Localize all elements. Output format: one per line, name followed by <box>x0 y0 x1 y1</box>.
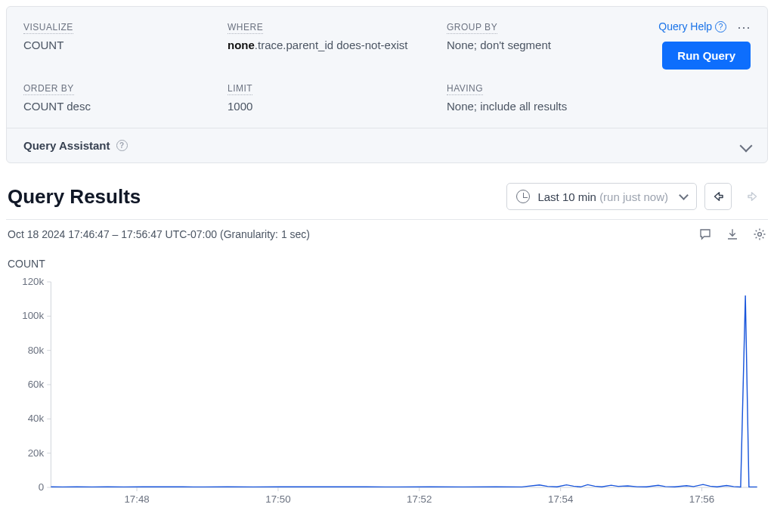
svg-text:17:52: 17:52 <box>407 493 432 505</box>
comment-icon[interactable] <box>698 227 712 241</box>
query-builder-row-2: ORDER BY COUNT desc LIMIT 1000 HAVING No… <box>7 77 767 128</box>
query-actions: Query Help ? ⋯ Run Query <box>658 20 751 70</box>
clock-icon <box>516 190 530 203</box>
having-label: HAVING <box>447 83 483 95</box>
visualize-value: COUNT <box>23 39 220 51</box>
query-help-link[interactable]: Query Help ? <box>658 20 726 32</box>
having-value: None; include all results <box>447 100 743 113</box>
where-label: WHERE <box>228 22 263 34</box>
query-builder-row-1: VISUALIZE COUNT WHERE none.trace.parent_… <box>7 7 767 77</box>
arrow-left-icon <box>711 190 725 203</box>
svg-text:40k: 40k <box>28 413 45 425</box>
query-assistant-title: Query Assistant ? <box>23 139 128 152</box>
results-title: Query Results <box>8 185 141 209</box>
query-assistant-row[interactable]: Query Assistant ? <box>7 128 767 162</box>
svg-text:100k: 100k <box>22 311 44 322</box>
having-clause[interactable]: HAVING None; include all results <box>447 82 743 113</box>
time-back-button[interactable] <box>704 183 732 210</box>
time-range-primary: Last 10 min <box>537 190 596 203</box>
order-by-label: ORDER BY <box>23 83 74 95</box>
count-chart[interactable]: 020k40k60k80k100k120k17:4817:5017:5217:5… <box>8 276 766 510</box>
results-meta-row: Oct 18 2024 17:46:47 – 17:56:47 UTC-07:0… <box>6 220 768 241</box>
svg-text:20k: 20k <box>28 447 45 459</box>
chevron-down-icon <box>679 190 689 200</box>
svg-text:17:56: 17:56 <box>689 493 714 505</box>
gear-icon[interactable] <box>753 227 766 241</box>
limit-clause[interactable]: LIMIT 1000 <box>228 82 439 113</box>
results-header: Query Results Last 10 min (run just now) <box>6 183 768 210</box>
time-forward-button[interactable] <box>739 183 766 210</box>
svg-text:120k: 120k <box>22 276 44 287</box>
chart-title: COUNT <box>8 258 766 270</box>
time-range-secondary: (run just now) <box>599 190 668 203</box>
visualize-label: VISUALIZE <box>23 22 73 34</box>
where-value: none.trace.parent_id does-not-exist <box>228 39 439 51</box>
run-query-button[interactable]: Run Query <box>662 42 751 70</box>
arrow-right-icon <box>746 190 760 203</box>
chart-area: COUNT 020k40k60k80k100k120k17:4817:5017:… <box>6 258 768 510</box>
results-controls: Last 10 min (run just now) <box>506 183 766 210</box>
svg-text:80k: 80k <box>28 345 45 356</box>
order-by-value: COUNT desc <box>23 100 220 113</box>
group-by-value: None; don't segment <box>447 39 651 51</box>
more-menu-icon[interactable]: ⋯ <box>734 22 751 32</box>
help-icon: ? <box>116 140 128 151</box>
svg-point-0 <box>758 233 762 237</box>
group-by-label: GROUP BY <box>447 22 497 34</box>
limit-label: LIMIT <box>228 83 252 95</box>
svg-text:17:50: 17:50 <box>265 493 290 505</box>
query-builder-panel: VISUALIZE COUNT WHERE none.trace.parent_… <box>6 6 768 163</box>
order-by-clause[interactable]: ORDER BY COUNT desc <box>23 82 220 113</box>
where-clause[interactable]: WHERE none.trace.parent_id does-not-exis… <box>228 20 439 70</box>
group-by-clause[interactable]: GROUP BY None; don't segment <box>447 20 651 70</box>
query-help-label: Query Help <box>658 20 712 32</box>
svg-text:60k: 60k <box>28 379 45 390</box>
svg-text:17:48: 17:48 <box>124 493 149 505</box>
results-meta-text: Oct 18 2024 17:46:47 – 17:56:47 UTC-07:0… <box>8 228 310 240</box>
help-icon: ? <box>715 21 726 32</box>
visualize-clause[interactable]: VISUALIZE COUNT <box>23 20 220 70</box>
time-range-picker[interactable]: Last 10 min (run just now) <box>506 183 697 210</box>
chevron-down-icon <box>740 139 753 152</box>
results-meta-icons <box>698 227 766 241</box>
svg-text:17:54: 17:54 <box>548 493 573 505</box>
svg-text:0: 0 <box>39 481 44 493</box>
download-icon[interactable] <box>726 227 739 241</box>
limit-value: 1000 <box>228 100 439 113</box>
